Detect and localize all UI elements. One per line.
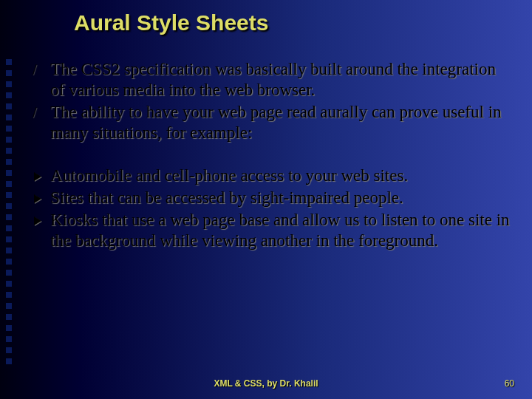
chevron-bullet-icon: [33, 166, 50, 186]
bullet-item: / The CSS2 specification was basically b…: [33, 59, 511, 100]
slide-body: / The CSS2 specification was basically b…: [33, 59, 511, 253]
slide-title: Aural Style Sheets: [74, 10, 268, 35]
decorative-dot-column: [6, 59, 12, 369]
bullet-text: The ability to have your web page read a…: [50, 102, 511, 143]
sub-bullet-item: Kiosks that use a web page base and allo…: [33, 210, 511, 251]
chevron-bullet-icon: [33, 188, 50, 208]
bullet-text: Automobile and cell-phone access to your…: [50, 166, 408, 186]
slash-bullet-icon: /: [33, 59, 50, 80]
bullet-text: The CSS2 specification was basically bui…: [50, 59, 511, 100]
sub-bullet-item: Sites that can be accessed by sight-impa…: [33, 188, 511, 208]
chevron-bullet-icon: [33, 210, 50, 231]
slide-number: 60: [505, 378, 514, 389]
footer-text: XML & CSS, by Dr. Khalil: [0, 378, 532, 389]
bullet-text: Kiosks that use a web page base and allo…: [50, 210, 511, 251]
bullet-item: / The ability to have your web page read…: [33, 102, 511, 143]
slash-bullet-icon: /: [33, 102, 50, 123]
bullet-text: Sites that can be accessed by sight-impa…: [50, 188, 403, 208]
sub-bullet-item: Automobile and cell-phone access to your…: [33, 166, 511, 186]
slide: Aural Style Sheets / The CSS2 specificat…: [0, 0, 532, 399]
